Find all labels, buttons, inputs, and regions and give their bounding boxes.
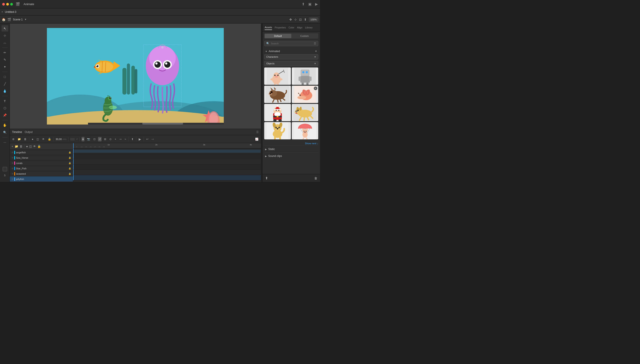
list-view-icon[interactable]: ☰: [314, 42, 316, 45]
more-tools[interactable]: ···: [2, 139, 8, 146]
delete-layer-btn[interactable]: 🗑: [23, 137, 27, 142]
track-lane-selected[interactable]: [73, 175, 261, 180]
characters-dropdown[interactable]: Characters ▼: [264, 54, 318, 60]
trim-btn[interactable]: ⊡: [93, 137, 96, 142]
frame-number[interactable]: 1: [70, 138, 75, 140]
color-swatch[interactable]: [3, 167, 7, 171]
delete-button[interactable]: 🗑: [314, 176, 317, 180]
transform-tool[interactable]: ⊹: [2, 32, 8, 38]
export-btn[interactable]: ⬆: [131, 137, 134, 142]
canvas-area[interactable]: [10, 24, 261, 129]
ease-btn[interactable]: ≈: [124, 137, 127, 142]
eye-action[interactable]: 👁: [33, 145, 36, 148]
move-icon[interactable]: ✥: [289, 18, 292, 21]
snap-btn[interactable]: S: [2, 172, 8, 178]
eyedrop-tool[interactable]: 💧: [2, 88, 8, 94]
upload-button[interactable]: ⬆: [265, 176, 268, 180]
asset-thumb[interactable]: ✕: [292, 86, 318, 103]
layer-row[interactable]: ⊹ Star_Fish 🔒: [10, 166, 73, 171]
layer-row[interactable]: ⊹ angelfish 🔒: [10, 150, 73, 155]
lock-btn[interactable]: 🔒: [47, 137, 52, 142]
rect-tool[interactable]: □: [2, 74, 8, 80]
stop-btn[interactable]: ■: [82, 137, 84, 142]
pin-tool[interactable]: 📌: [2, 112, 8, 118]
add-layer-btn[interactable]: ⊕: [12, 137, 15, 142]
scene-dropdown-icon[interactable]: ▼: [25, 18, 27, 21]
eye-btn[interactable]: 👁: [41, 137, 45, 142]
onion2-btn[interactable]: ⊙: [109, 137, 112, 142]
objects-dropdown[interactable]: Objects ▼: [264, 61, 318, 66]
track-lane[interactable]: [73, 154, 261, 159]
default-tab[interactable]: Default: [265, 34, 291, 38]
lasso-tool[interactable]: ⌓: [2, 40, 8, 46]
layer-row[interactable]: ⊹ corals 🔒: [10, 160, 73, 166]
canvas-scrollbar-thumb[interactable]: [142, 123, 183, 124]
panel-icon[interactable]: ▣: [308, 2, 312, 6]
delete-layer-action[interactable]: 🗑: [20, 145, 23, 148]
maximize-button[interactable]: [10, 3, 13, 6]
track-lane[interactable]: [73, 159, 261, 164]
onion-btn[interactable]: ◫: [36, 137, 40, 142]
sound-clips-section-header[interactable]: ▶ Sound clips: [264, 152, 318, 159]
add-layer-action[interactable]: +: [12, 145, 13, 148]
track-lane[interactable]: [73, 164, 261, 170]
select-tool[interactable]: ↖: [2, 25, 8, 32]
canvas-scrollbar[interactable]: [88, 123, 224, 124]
text-tool[interactable]: T: [2, 98, 8, 104]
track-lane[interactable]: [73, 148, 261, 154]
asset-thumb[interactable]: [292, 104, 318, 121]
static-section-header[interactable]: ▶ Static: [264, 146, 318, 152]
search-input[interactable]: [271, 42, 313, 45]
cursor-icon[interactable]: ⊹: [294, 18, 297, 21]
layer-row[interactable]: ⊹ seaweed 🔒: [10, 171, 73, 176]
tab-title[interactable]: Untitled-3: [4, 10, 19, 14]
capture-btn[interactable]: 📷: [86, 137, 91, 142]
asset-remove-icon[interactable]: ✕: [314, 86, 317, 90]
custom-tab[interactable]: Custom: [291, 34, 318, 38]
folder-action[interactable]: 📁: [15, 145, 18, 148]
paint-tool[interactable]: ✦: [2, 64, 8, 70]
line-tool[interactable]: ╱: [2, 81, 8, 87]
hand-tool[interactable]: ✋: [2, 122, 8, 128]
zoom-tool[interactable]: 🔍: [2, 129, 8, 136]
loop-btn[interactable]: ↺: [98, 137, 102, 142]
layer-row-selected[interactable]: ⊹ jellyfish: [10, 176, 73, 182]
timeline-menu-icon[interactable]: ☰: [256, 130, 259, 134]
tab-close-button[interactable]: ✕: [1, 11, 3, 13]
dash-btn[interactable]: -○: [151, 137, 155, 142]
camera-tool[interactable]: ⬡: [2, 105, 8, 111]
layer-row[interactable]: ⊹ Sea_Horse 🔒: [10, 155, 73, 160]
track-lane[interactable]: [73, 170, 261, 175]
tab-color[interactable]: Color: [288, 25, 294, 30]
pen-tool[interactable]: ✏: [2, 50, 8, 56]
asset-thumb[interactable]: [264, 122, 291, 140]
folder-btn[interactable]: 📁: [17, 137, 22, 142]
snap-btn[interactable]: ⌖: [114, 137, 117, 142]
play-btn[interactable]: ▶: [138, 137, 142, 142]
asset-thumb[interactable]: [264, 86, 291, 103]
animated-section-header[interactable]: ▼ Animated ▼: [264, 48, 318, 54]
play-icon[interactable]: ▶: [315, 2, 318, 6]
brush-tool[interactable]: ✎: [2, 56, 8, 63]
close-button[interactable]: [2, 3, 5, 6]
filter-icon[interactable]: ▼: [315, 50, 317, 53]
share-icon[interactable]: ⬆: [302, 2, 305, 6]
lock-action[interactable]: 🔒: [37, 145, 41, 148]
tab-align[interactable]: Align: [297, 25, 302, 30]
frame-icon[interactable]: ⊡: [299, 18, 302, 21]
interpolate-btn[interactable]: ⊸: [119, 137, 122, 142]
asset-thumb[interactable]: [292, 68, 318, 85]
asset-thumb[interactable]: [292, 122, 318, 140]
show-next-button[interactable]: Show next ↓: [264, 141, 318, 146]
tab-library[interactable]: Library: [305, 25, 313, 30]
tab-assets[interactable]: Assets: [265, 25, 272, 30]
dot-btn[interactable]: ●: [31, 137, 34, 142]
dot-action[interactable]: ●: [26, 145, 28, 148]
tab-timeline[interactable]: Timeline: [12, 130, 22, 134]
graph-btn[interactable]: 📈: [255, 137, 259, 142]
timeline-tracks[interactable]: 1s 2s 3s 4s 5 10 15 20 25 30 35: [73, 143, 261, 182]
undo-btn[interactable]: ↩: [146, 137, 149, 142]
minimize-button[interactable]: [6, 3, 9, 6]
asset-thumb[interactable]: [264, 68, 291, 85]
sync-btn[interactable]: ⊞: [103, 137, 107, 142]
